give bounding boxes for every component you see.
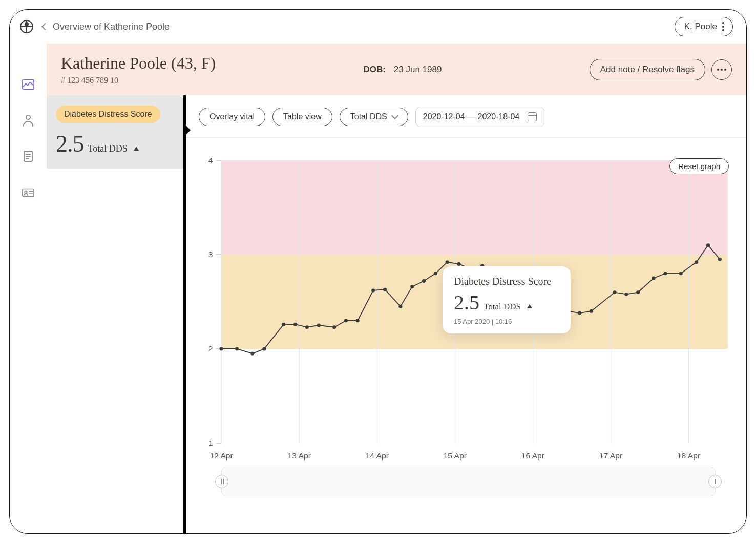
- svg-text:17 Apr: 17 Apr: [599, 451, 622, 460]
- svg-point-62: [613, 290, 616, 294]
- overlay-vital-button[interactable]: Overlay vital: [199, 108, 265, 126]
- svg-point-34: [220, 347, 223, 351]
- line-chart[interactable]: 123412 Apr13 Apr14 Apr15 Apr16 Apr17 Apr…: [197, 156, 733, 464]
- metric-side-panel: Diabetes Distress Score 2.5 Total DDS: [47, 95, 186, 533]
- svg-text:14 Apr: 14 Apr: [366, 451, 389, 460]
- svg-point-52: [457, 262, 460, 266]
- metric-chip: Diabetes Distress Score: [56, 106, 160, 123]
- svg-text:2: 2: [208, 344, 213, 353]
- svg-point-42: [332, 325, 336, 329]
- chevron-left-icon: [41, 23, 49, 30]
- chart-icon[interactable]: [22, 78, 34, 91]
- svg-text:3: 3: [208, 250, 213, 259]
- svg-point-63: [624, 293, 628, 296]
- svg-point-46: [383, 288, 387, 291]
- table-view-label: Table view: [283, 112, 322, 121]
- tooltip-sub: Total DDS: [484, 302, 521, 312]
- svg-text:13 Apr: 13 Apr: [288, 451, 311, 460]
- svg-point-64: [636, 290, 640, 294]
- trend-up-icon: [134, 147, 139, 151]
- add-note-label: Add note / Resolve flags: [600, 65, 695, 74]
- patient-dob: DOB: 23 Jun 1989: [363, 65, 442, 75]
- breadcrumb[interactable]: Overview of Katherine Poole: [43, 22, 170, 32]
- chart-toolbar: Overlay vital Table view Total DDS 2020-…: [186, 95, 746, 138]
- svg-rect-10: [221, 160, 727, 255]
- user-icon[interactable]: [22, 114, 34, 127]
- svg-point-65: [652, 277, 656, 280]
- app-logo-icon[interactable]: [20, 20, 33, 33]
- svg-point-36: [250, 352, 254, 356]
- svg-text:18 Apr: 18 Apr: [677, 451, 700, 460]
- kebab-icon: [722, 22, 724, 31]
- top-bar: Overview of Katherine Poole K. Poole: [10, 10, 746, 44]
- svg-text:15 Apr: 15 Apr: [444, 451, 467, 460]
- add-note-button[interactable]: Add note / Resolve flags: [590, 59, 705, 80]
- user-menu[interactable]: K. Poole: [675, 17, 733, 36]
- chart-area: Reset graph 123412 Apr13 Apr14 Apr15 Apr…: [186, 138, 746, 533]
- svg-point-50: [434, 272, 437, 275]
- patient-id: # 123 456 789 10: [61, 76, 216, 85]
- document-icon[interactable]: [22, 150, 34, 162]
- id-card-icon[interactable]: [22, 186, 34, 198]
- svg-point-67: [679, 272, 683, 275]
- svg-point-37: [262, 347, 266, 351]
- patient-banner: Katherine Poole (43, F) # 123 456 789 10…: [47, 44, 746, 95]
- panel-pointer: [185, 125, 191, 135]
- calendar-icon: [528, 112, 537, 121]
- svg-point-40: [305, 325, 309, 329]
- svg-point-51: [446, 260, 449, 264]
- svg-point-45: [371, 289, 375, 293]
- tooltip-title: Diabetes Distress Score: [454, 276, 559, 287]
- patient-name: Katherine Poole (43, F): [61, 54, 216, 73]
- svg-text:4: 4: [208, 156, 213, 164]
- metric-sub-label: Total DDS: [88, 143, 128, 154]
- svg-point-35: [235, 347, 239, 351]
- svg-point-68: [695, 260, 698, 264]
- svg-point-48: [410, 285, 414, 288]
- table-view-button[interactable]: Table view: [272, 108, 332, 126]
- total-dds-label: Total DDS: [350, 112, 387, 121]
- svg-text:1: 1: [208, 438, 213, 447]
- svg-text:16 Apr: 16 Apr: [521, 451, 544, 460]
- metric-card[interactable]: Diabetes Distress Score 2.5 Total DDS: [47, 95, 183, 169]
- scrub-handle-left[interactable]: [215, 475, 228, 488]
- svg-point-70: [718, 258, 722, 261]
- dob-label: DOB:: [363, 65, 385, 75]
- date-range-label: 2020-12-04 — 2020-18-04: [423, 112, 520, 121]
- more-actions-button[interactable]: [711, 59, 732, 80]
- dob-value: 23 Jun 1989: [394, 65, 442, 75]
- svg-point-7: [25, 191, 27, 194]
- reset-graph-button[interactable]: Reset graph: [669, 158, 729, 174]
- metric-value: 2.5: [56, 130, 84, 157]
- reset-graph-label: Reset graph: [678, 162, 720, 171]
- trend-up-icon: [527, 304, 532, 308]
- svg-text:12 Apr: 12 Apr: [209, 451, 233, 460]
- time-scrub-bar[interactable]: [221, 467, 716, 496]
- scrub-handle-right[interactable]: [708, 475, 722, 488]
- date-range-picker[interactable]: 2020-12-04 — 2020-18-04: [415, 107, 545, 127]
- svg-point-66: [663, 272, 667, 275]
- svg-point-1: [26, 115, 30, 119]
- user-menu-label: K. Poole: [684, 22, 717, 32]
- total-dds-dropdown[interactable]: Total DDS: [340, 108, 408, 126]
- ellipsis-icon: [717, 69, 726, 71]
- chevron-down-icon: [391, 112, 398, 119]
- chart-tooltip: Diabetes Distress Score 2.5 Total DDS 15…: [443, 266, 571, 333]
- tooltip-timestamp: 15 Apr 2020 | 10:16: [454, 318, 559, 325]
- overlay-vital-label: Overlay vital: [209, 112, 255, 121]
- nav-rail: [10, 44, 47, 533]
- breadcrumb-label: Overview of Katherine Poole: [53, 22, 170, 32]
- svg-point-69: [706, 243, 710, 247]
- svg-point-43: [344, 319, 348, 322]
- svg-point-38: [282, 323, 285, 326]
- svg-point-47: [398, 305, 402, 308]
- tooltip-value: 2.5: [454, 290, 479, 315]
- svg-point-49: [422, 279, 426, 283]
- svg-point-39: [293, 323, 297, 326]
- svg-point-44: [356, 319, 360, 322]
- svg-point-60: [578, 311, 581, 315]
- svg-point-41: [317, 324, 321, 327]
- svg-point-61: [590, 309, 593, 313]
